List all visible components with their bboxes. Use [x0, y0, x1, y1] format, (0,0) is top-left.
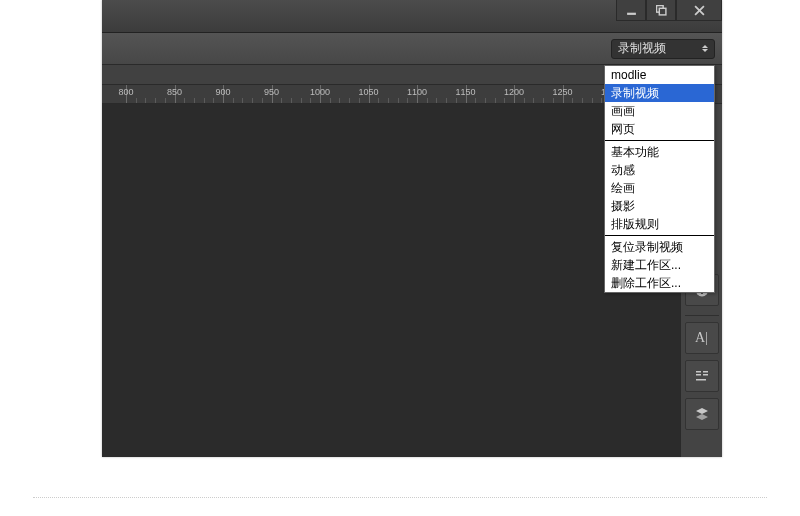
paragraph-panel-button[interactable] [685, 360, 719, 392]
ruler-label: 1250 [552, 87, 572, 97]
ruler-label: 1150 [455, 87, 475, 97]
window-controls [616, 0, 722, 24]
workspace-dropdown: modlie录制视频画画网页基本功能动感绘画摄影排版规则复位录制视频新建工作区.… [604, 65, 715, 293]
ruler-label: 1050 [358, 87, 378, 97]
workspace-menu-item[interactable]: 动感 [605, 161, 714, 179]
titlebar [102, 0, 722, 33]
type-icon: A| [695, 330, 708, 346]
svg-rect-7 [696, 374, 701, 376]
svg-rect-2 [659, 8, 666, 15]
minimize-button[interactable] [616, 0, 646, 21]
svg-rect-8 [703, 371, 708, 373]
workspace-menu-item[interactable]: 复位录制视频 [605, 238, 714, 256]
svg-rect-9 [703, 374, 708, 376]
canvas[interactable] [102, 104, 680, 457]
svg-rect-10 [696, 379, 706, 381]
workspace-menu-item[interactable]: 新建工作区... [605, 256, 714, 274]
workspace-menu-item[interactable]: 绘画 [605, 179, 714, 197]
ruler-label: 1000 [310, 87, 330, 97]
page-divider [33, 497, 767, 498]
ruler-label: 1200 [504, 87, 524, 97]
ruler-label: 850 [167, 87, 182, 97]
layers-panel-button[interactable] [685, 398, 719, 430]
menu-separator [605, 140, 714, 141]
app-window: 录制视频 80085090095010001050110011501200125… [102, 0, 722, 457]
workspace-selector[interactable]: 录制视频 [611, 39, 715, 59]
menu-separator [605, 235, 714, 236]
paragraph-icon [694, 368, 710, 384]
workspace-menu-item[interactable]: 排版规则 [605, 215, 714, 233]
workspace-menu-item[interactable]: 删除工作区... [605, 274, 714, 292]
chevron-updown-icon [702, 45, 708, 52]
workspace-menu-item[interactable]: 画画 [605, 102, 714, 120]
workspace-menu-item[interactable]: 基本功能 [605, 143, 714, 161]
dock-separator [685, 315, 719, 316]
workspace-selector-label: 录制视频 [618, 40, 666, 57]
ruler-label: 950 [264, 87, 279, 97]
character-panel-button[interactable]: A| [685, 322, 719, 354]
workspace-menu-item[interactable]: 摄影 [605, 197, 714, 215]
ruler-label: 900 [215, 87, 230, 97]
svg-rect-0 [627, 12, 636, 14]
close-button[interactable] [676, 0, 722, 21]
options-toolbar: 录制视频 [102, 33, 722, 65]
maximize-button[interactable] [646, 0, 676, 21]
ruler-label: 800 [118, 87, 133, 97]
workspace-menu-item[interactable]: 网页 [605, 120, 714, 138]
ruler-label: 1100 [407, 87, 427, 97]
workspace-menu-item[interactable]: 录制视频 [605, 84, 714, 102]
workspace-menu-item[interactable]: modlie [605, 66, 714, 84]
layers-icon [694, 406, 710, 422]
svg-rect-6 [696, 371, 701, 373]
